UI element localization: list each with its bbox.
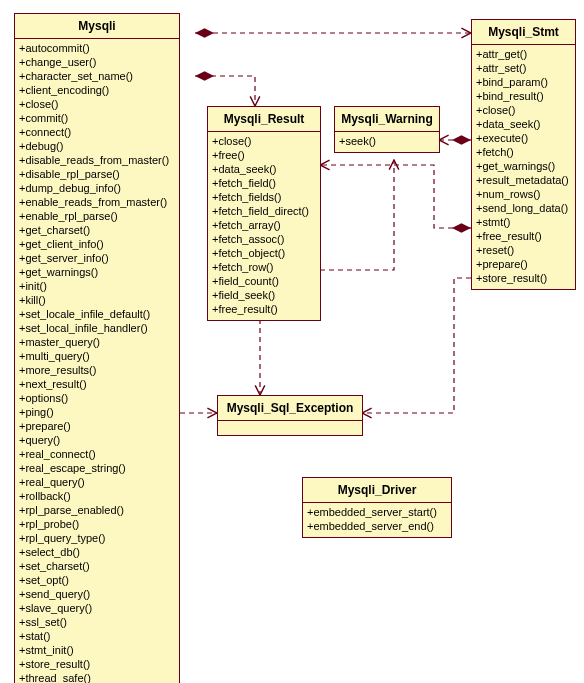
class-title: Mysqli_Stmt — [472, 20, 575, 45]
method: +disable_rpl_parse() — [19, 167, 175, 181]
class-body-mysqli-stmt: +attr_get()+attr_set()+bind_param()+bind… — [472, 45, 575, 289]
method: +set_local_infile_handler() — [19, 321, 175, 335]
method: +stmt_init() — [19, 643, 175, 657]
method: +num_rows() — [476, 187, 571, 201]
class-mysqli-stmt: Mysqli_Stmt +attr_get()+attr_set()+bind_… — [471, 19, 576, 290]
method: +embedded_server_start() — [307, 505, 447, 519]
method: +dump_debug_info() — [19, 181, 175, 195]
method: +get_warnings() — [476, 159, 571, 173]
class-title: Mysqli_Warning — [335, 107, 439, 132]
class-body-mysqli: +autocommit()+change_user()+character_se… — [15, 39, 179, 683]
method: +get_warnings() — [19, 265, 175, 279]
method: +change_user() — [19, 55, 175, 69]
method: +fetch_assoc() — [212, 232, 316, 246]
method: +reset() — [476, 243, 571, 257]
method: +character_set_name() — [19, 69, 175, 83]
method: +client_encoding() — [19, 83, 175, 97]
class-mysqli-driver: Mysqli_Driver +embedded_server_start()+e… — [302, 477, 452, 538]
class-body-mysqli-result: +close()+free()+data_seek()+fetch_field(… — [208, 132, 320, 320]
method: +store_result() — [19, 657, 175, 671]
method: +bind_param() — [476, 75, 571, 89]
method: +fetch_field_direct() — [212, 204, 316, 218]
method: +ssl_set() — [19, 615, 175, 629]
method: +send_long_data() — [476, 201, 571, 215]
method: +close() — [476, 103, 571, 117]
method: +kill() — [19, 293, 175, 307]
method: +real_escape_string() — [19, 461, 175, 475]
method: +options() — [19, 391, 175, 405]
method: +free_result() — [212, 302, 316, 316]
class-title: Mysqli — [15, 14, 179, 39]
method: +get_client_info() — [19, 237, 175, 251]
class-title: Mysqli_Sql_Exception — [218, 396, 362, 421]
method: +free_result() — [476, 229, 571, 243]
method: +slave_query() — [19, 601, 175, 615]
method: +real_connect() — [19, 447, 175, 461]
method: +stat() — [19, 629, 175, 643]
method: +seek() — [339, 134, 435, 148]
method: +store_result() — [476, 271, 571, 285]
method: +stmt() — [476, 215, 571, 229]
method: +prepare() — [19, 419, 175, 433]
method: +fetch_row() — [212, 260, 316, 274]
method: +field_seek() — [212, 288, 316, 302]
method: +query() — [19, 433, 175, 447]
class-title: Mysqli_Driver — [303, 478, 451, 503]
method: +debug() — [19, 139, 175, 153]
method: +embedded_server_end() — [307, 519, 447, 533]
method: +disable_reads_from_master() — [19, 153, 175, 167]
method: +enable_rpl_parse() — [19, 209, 175, 223]
method: +field_count() — [212, 274, 316, 288]
method: +real_query() — [19, 475, 175, 489]
method: +master_query() — [19, 335, 175, 349]
method: +rpl_probe() — [19, 517, 175, 531]
method: +next_result() — [19, 377, 175, 391]
method: +set_charset() — [19, 559, 175, 573]
method: +get_server_info() — [19, 251, 175, 265]
method: +attr_get() — [476, 47, 571, 61]
method: +fetch_fields() — [212, 190, 316, 204]
method: +set_opt() — [19, 573, 175, 587]
method: +set_locale_infile_default() — [19, 307, 175, 321]
method: +autocommit() — [19, 41, 175, 55]
method: +get_charset() — [19, 223, 175, 237]
method: +fetch_array() — [212, 218, 316, 232]
method: +fetch_field() — [212, 176, 316, 190]
method: +data_seek() — [476, 117, 571, 131]
method: +close() — [19, 97, 175, 111]
method: +bind_result() — [476, 89, 571, 103]
class-mysqli-warning: Mysqli_Warning +seek() — [334, 106, 440, 153]
method: +multi_query() — [19, 349, 175, 363]
class-title: Mysqli_Result — [208, 107, 320, 132]
method: +fetch_object() — [212, 246, 316, 260]
method: +prepare() — [476, 257, 571, 271]
method: +result_metadata() — [476, 173, 571, 187]
class-mysqli: Mysqli +autocommit()+change_user()+chara… — [14, 13, 180, 683]
method: +send_query() — [19, 587, 175, 601]
method: +rollback() — [19, 489, 175, 503]
method: +select_db() — [19, 545, 175, 559]
method: +init() — [19, 279, 175, 293]
method: +data_seek() — [212, 162, 316, 176]
method: +fetch() — [476, 145, 571, 159]
method: +free() — [212, 148, 316, 162]
class-mysqli-result: Mysqli_Result +close()+free()+data_seek(… — [207, 106, 321, 321]
method: +more_results() — [19, 363, 175, 377]
class-body-mysqli-warning: +seek() — [335, 132, 439, 152]
method: +close() — [212, 134, 316, 148]
method: +thread_safe() — [19, 671, 175, 683]
method: +execute() — [476, 131, 571, 145]
method: +attr_set() — [476, 61, 571, 75]
method: +rpl_query_type() — [19, 531, 175, 545]
method: +commit() — [19, 111, 175, 125]
method: +connect() — [19, 125, 175, 139]
class-body-mysqli-driver: +embedded_server_start()+embedded_server… — [303, 503, 451, 537]
method: +enable_reads_from_master() — [19, 195, 175, 209]
method: +ping() — [19, 405, 175, 419]
method: +rpl_parse_enabled() — [19, 503, 175, 517]
class-body-mysqli-sql-exception — [218, 421, 362, 435]
class-mysqli-sql-exception: Mysqli_Sql_Exception — [217, 395, 363, 436]
